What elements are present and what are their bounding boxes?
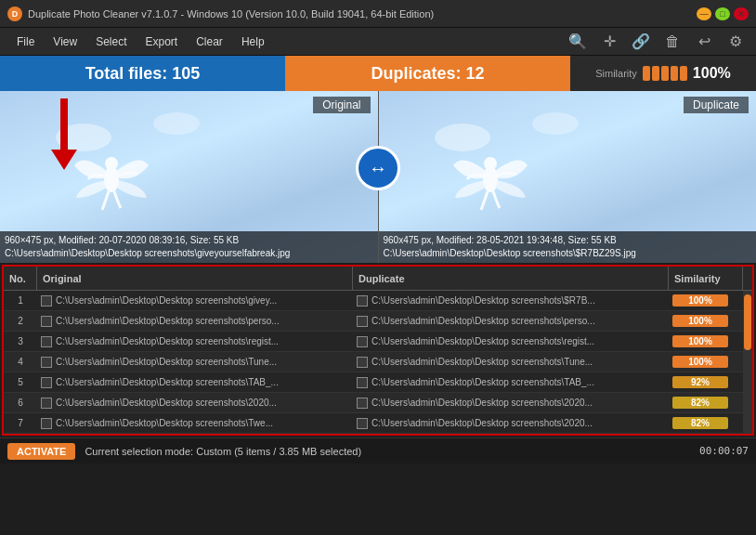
original-checkbox[interactable] <box>41 377 52 388</box>
svg-point-1 <box>153 112 200 135</box>
duplicate-checkbox[interactable] <box>357 316 368 327</box>
menu-view[interactable]: View <box>44 32 86 52</box>
search-icon[interactable]: 🔍 <box>565 29 591 55</box>
duplicate-fairy-image <box>407 100 593 240</box>
duplicates-table: No. Original Duplicate Similarity 1 C:\U… <box>2 265 754 436</box>
menu-select[interactable]: Select <box>86 32 136 52</box>
scroll-thumb[interactable] <box>744 294 751 350</box>
table-body[interactable]: 1 C:\Users\admin\Desktop\Desktop screens… <box>4 291 743 434</box>
cell-duplicate: C:\Users\admin\Desktop\Desktop screensho… <box>353 291 669 310</box>
menu-clear[interactable]: Clear <box>187 32 232 52</box>
duplicate-checkbox[interactable] <box>357 357 368 368</box>
svg-point-7 <box>484 157 497 170</box>
cell-duplicate: C:\Users\admin\Desktop\Desktop screensho… <box>353 352 669 372</box>
duplicate-image-panel: Duplicate 960x475 px, Modified: 28-05-20… <box>378 91 757 263</box>
original-image-panel: Original 960×475 px, Modified: 20-07-202… <box>0 91 378 263</box>
settings-icon[interactable]: ⚙ <box>723 29 749 55</box>
total-files-stat: Total files: 105 <box>0 56 285 91</box>
duplicate-path: C:\Users\admin\Desktop\Desktop screensho… <box>371 418 593 428</box>
titlebar: D Duplicate Photo Cleaner v7.1.0.7 - Win… <box>0 0 756 28</box>
table-header: No. Original Duplicate Similarity <box>4 267 752 291</box>
swap-button[interactable]: ↔ <box>356 146 400 190</box>
cell-duplicate: C:\Users\admin\Desktop\Desktop screensho… <box>353 413 669 433</box>
duplicate-path: C:\Users\admin\Desktop\Desktop screensho… <box>371 336 594 346</box>
original-checkbox[interactable] <box>41 418 52 429</box>
similarity-bars <box>643 66 687 81</box>
duplicate-checkbox[interactable] <box>357 336 368 347</box>
duplicate-checkbox[interactable] <box>357 377 368 388</box>
cell-no: 1 <box>4 291 37 310</box>
original-path: C:\Users\admin\Desktop\Desktop screensho… <box>56 398 277 408</box>
table-row[interactable]: 1 C:\Users\admin\Desktop\Desktop screens… <box>4 291 743 311</box>
original-checkbox[interactable] <box>41 357 52 368</box>
move-icon[interactable]: ✛ <box>596 29 622 55</box>
maximize-button[interactable]: □ <box>715 7 730 20</box>
cell-similarity: 100% <box>669 332 743 351</box>
original-path: C:\Users\admin\Desktop\Desktop screensho… <box>56 357 277 367</box>
window-title: Duplicate Photo Cleaner v7.1.0.7 - Windo… <box>28 8 697 20</box>
menu-export[interactable]: Export <box>137 32 188 52</box>
duplicate-checkbox[interactable] <box>357 398 368 409</box>
original-path: C:\Users\admin\Desktop\Desktop screensho… <box>56 316 280 326</box>
app-icon: D <box>7 7 22 21</box>
scrollbar[interactable] <box>743 291 752 434</box>
table-row[interactable]: 7 C:\Users\admin\Desktop\Desktop screens… <box>4 413 743 434</box>
table-row[interactable]: 6 C:\Users\admin\Desktop\Desktop screens… <box>4 393 743 413</box>
cell-original: C:\Users\admin\Desktop\Desktop screensho… <box>37 393 353 412</box>
cell-similarity: 82% <box>669 393 743 412</box>
duplicate-checkbox[interactable] <box>357 418 368 429</box>
menu-help[interactable]: Help <box>232 32 274 52</box>
cell-original: C:\Users\admin\Desktop\Desktop screensho… <box>37 413 353 433</box>
cell-original: C:\Users\admin\Desktop\Desktop screensho… <box>37 291 353 310</box>
status-text: Current selection mode: Custom (5 items … <box>85 446 690 457</box>
th-original: Original <box>37 267 353 290</box>
original-path: C:\Users\admin\Desktop\Desktop screensho… <box>56 295 277 306</box>
table-body-wrapper: 1 C:\Users\admin\Desktop\Desktop screens… <box>4 291 752 434</box>
similarity-badge: 100% <box>672 294 728 307</box>
statusbar: ACTIVATE Current selection mode: Custom … <box>0 437 756 463</box>
svg-point-5 <box>532 112 579 135</box>
original-checkbox[interactable] <box>41 336 52 347</box>
table-row[interactable]: 3 C:\Users\admin\Desktop\Desktop screens… <box>4 332 743 352</box>
sim-bar-2 <box>652 66 659 81</box>
cell-duplicate: C:\Users\admin\Desktop\Desktop screensho… <box>353 393 669 412</box>
cell-similarity: 92% <box>669 372 743 392</box>
svg-point-3 <box>105 157 118 170</box>
original-checkbox[interactable] <box>41 295 52 307</box>
svg-point-4 <box>435 124 490 151</box>
table-row[interactable]: 4 C:\Users\admin\Desktop\Desktop screens… <box>4 352 743 372</box>
duplicate-path: C:\Users\admin\Desktop\Desktop screensho… <box>371 377 594 387</box>
original-label: Original <box>313 97 370 113</box>
similarity-badge: 82% <box>672 397 728 409</box>
table-row[interactable]: 5 C:\Users\admin\Desktop\Desktop screens… <box>4 372 743 393</box>
sim-bar-5 <box>680 66 687 81</box>
menu-file[interactable]: File <box>7 32 44 52</box>
original-path: C:\Users\admin\Desktop\Desktop screensho… <box>56 418 273 428</box>
duplicate-label: Duplicate <box>684 97 749 113</box>
th-duplicate: Duplicate <box>353 267 669 290</box>
delete-icon[interactable]: 🗑 <box>659 29 685 55</box>
duplicates-stat: Duplicates: 12 <box>285 56 570 91</box>
original-meta: 960×475 px, Modified: 20-07-2020 08:39:1… <box>0 231 378 263</box>
minimize-button[interactable]: — <box>697 7 711 20</box>
similarity-stat: Similarity 100% <box>570 56 756 91</box>
link-icon[interactable]: 🔗 <box>628 29 654 55</box>
th-similarity: Similarity <box>669 267 743 290</box>
cell-original: C:\Users\admin\Desktop\Desktop screensho… <box>37 332 353 351</box>
original-checkbox[interactable] <box>41 316 52 327</box>
similarity-badge: 100% <box>672 335 728 347</box>
duplicate-checkbox[interactable] <box>357 295 368 307</box>
original-path: C:\Users\admin\Desktop\Desktop screensho… <box>56 377 279 387</box>
statsbar: Total files: 105 Duplicates: 12 Similari… <box>0 56 756 91</box>
undo-icon[interactable]: ↩ <box>691 29 717 55</box>
table-row[interactable]: 2 C:\Users\admin\Desktop\Desktop screens… <box>4 311 743 332</box>
menubar: File View Select Export Clear Help 🔍 ✛ 🔗… <box>0 28 756 56</box>
time-display: 00:00:07 <box>699 445 749 457</box>
cell-duplicate: C:\Users\admin\Desktop\Desktop screensho… <box>353 372 669 392</box>
th-no: No. <box>4 267 37 290</box>
close-button[interactable]: ✕ <box>734 7 749 20</box>
activate-button[interactable]: ACTIVATE <box>7 443 75 460</box>
original-checkbox[interactable] <box>41 398 52 409</box>
cell-similarity: 100% <box>669 311 743 331</box>
cell-no: 2 <box>4 311 37 331</box>
